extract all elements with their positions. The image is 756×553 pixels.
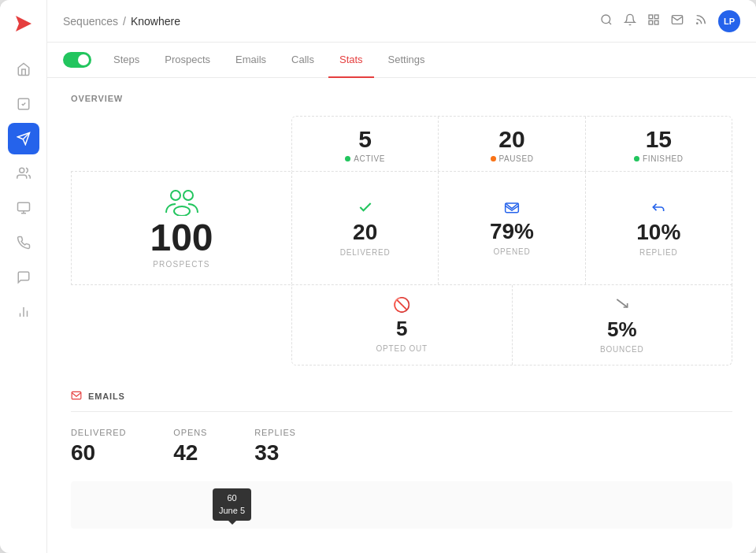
replied-stat: 10% REPLIED (586, 172, 732, 284)
tab-stats[interactable]: Stats (328, 43, 374, 78)
replied-icon (650, 199, 666, 215)
svg-point-11 (602, 15, 610, 24)
tab-prospects[interactable]: Prospects (154, 43, 221, 78)
svg-rect-16 (654, 20, 658, 24)
svg-marker-0 (16, 16, 32, 32)
emails-header: EMAILS (71, 389, 732, 412)
sidebar-item-sequences[interactable] (8, 123, 39, 154)
main-content: Sequences / Knowhere (47, 0, 756, 553)
bottom-stats-row: 🚫 5 OPTED OUT 5% BOUNCED (291, 285, 732, 366)
opted-out-label: OPTED OUT (376, 344, 428, 353)
opened-stat: 79% OPENED (439, 172, 585, 284)
sidebar-item-messages[interactable] (8, 262, 39, 293)
email-replies-label: REPLIES (254, 428, 296, 437)
sidebar-item-people[interactable] (8, 158, 39, 189)
svg-point-20 (174, 206, 190, 216)
breadcrumb-separator: / (123, 15, 126, 28)
email-replies-stat: REPLIES 33 (254, 428, 296, 466)
svg-rect-13 (649, 15, 653, 19)
stat-paused-label: PAUSED (447, 154, 576, 163)
opted-out-icon: 🚫 (393, 296, 410, 314)
replied-value: 10% (636, 220, 680, 245)
replied-label: REPLIED (639, 248, 677, 257)
header-icons: LP (600, 10, 740, 32)
svg-rect-5 (17, 202, 29, 211)
bell-icon[interactable] (624, 13, 636, 29)
rss-icon[interactable] (695, 13, 707, 29)
stat-active: 5 ACTIVE (292, 117, 439, 171)
email-opens-label: OPENS (173, 428, 207, 437)
stat-finished: 15 FINISHED (586, 117, 732, 171)
overview-section: OVERVIEW 5 ACTIVE 20 (71, 94, 732, 366)
bounced-icon (614, 296, 630, 314)
svg-rect-15 (649, 20, 653, 24)
stat-paused-value: 20 (447, 128, 576, 151)
delivered-label: DELIVERED (340, 248, 391, 257)
breadcrumb-sequences[interactable]: Sequences (63, 15, 118, 28)
email-delivered-value: 60 (71, 440, 126, 466)
svg-line-12 (609, 22, 611, 24)
opened-label: OPENED (493, 247, 530, 256)
email-stats-row: DELIVERED 60 OPENS 42 REPLIES 33 (71, 428, 732, 466)
delivered-icon (358, 199, 373, 215)
svg-rect-22 (72, 392, 81, 399)
emails-section: EMAILS DELIVERED 60 OPENS 42 REPLIES 33 (71, 389, 732, 529)
tooltip-date: June 5 (219, 505, 245, 517)
tab-calls[interactable]: Calls (280, 43, 325, 78)
tab-emails[interactable]: Emails (224, 43, 277, 78)
active-dot (345, 156, 350, 161)
sidebar-item-analytics[interactable] (8, 192, 39, 224)
prospects-stat: 100 PROSPECTS (72, 172, 292, 284)
delivered-stat: 20 DELIVERED (292, 172, 439, 284)
svg-point-17 (697, 23, 698, 24)
email-opens-value: 42 (173, 440, 207, 466)
breadcrumb: Sequences / Knowhere (63, 15, 180, 28)
email-delivered-label: DELIVERED (71, 428, 126, 437)
sidebar-item-home[interactable] (8, 54, 39, 85)
search-icon[interactable] (600, 13, 613, 29)
opened-value: 79% (490, 219, 534, 244)
chart-area: 60 June 5 (71, 481, 732, 529)
breadcrumb-current: Knowhere (131, 15, 180, 28)
grid-icon[interactable] (647, 13, 660, 29)
opted-out-value: 5 (396, 317, 407, 341)
sidebar (0, 0, 47, 553)
content-area: OVERVIEW 5 ACTIVE 20 (47, 78, 756, 553)
overview-title: OVERVIEW (71, 94, 732, 103)
sequence-toggle[interactable] (63, 52, 91, 68)
stat-finished-label: FINISHED (594, 154, 724, 163)
chart-tooltip: 60 June 5 (213, 488, 251, 521)
header: Sequences / Knowhere (47, 0, 756, 43)
svg-point-4 (19, 168, 24, 173)
prospects-label: PROSPECTS (153, 260, 209, 269)
email-opens-stat: OPENS 42 (173, 428, 207, 466)
emails-icon (71, 389, 82, 403)
delivered-value: 20 (353, 220, 377, 245)
email-replies-value: 33 (254, 440, 296, 466)
finished-dot (634, 156, 639, 161)
paused-dot (491, 156, 496, 161)
tab-settings[interactable]: Settings (377, 43, 436, 78)
svg-rect-14 (654, 15, 658, 19)
svg-point-18 (171, 191, 180, 200)
mail-icon[interactable] (671, 13, 684, 29)
app-logo[interactable] (13, 13, 35, 38)
sidebar-item-tasks[interactable] (8, 88, 39, 120)
opened-icon (504, 200, 520, 214)
middle-stats-row: 100 PROSPECTS 20 DELIVERED (71, 171, 732, 285)
stat-finished-value: 15 (594, 128, 724, 151)
tooltip-value: 60 (219, 492, 245, 504)
prospects-icon (165, 187, 199, 216)
bounced-stat: 5% BOUNCED (513, 285, 732, 365)
bounced-value: 5% (607, 317, 637, 342)
tabs-bar: Steps Prospects Emails Calls Stats Setti… (47, 43, 756, 78)
svg-point-19 (183, 191, 193, 200)
stat-active-value: 5 (300, 128, 430, 151)
prospects-number: 100 (150, 219, 213, 257)
sidebar-item-calls[interactable] (8, 227, 39, 258)
tab-steps[interactable]: Steps (102, 43, 150, 78)
user-avatar[interactable]: LP (718, 10, 740, 32)
bounced-label: BOUNCED (600, 345, 644, 354)
sidebar-item-reports[interactable] (8, 296, 39, 328)
stat-active-label: ACTIVE (300, 154, 430, 163)
